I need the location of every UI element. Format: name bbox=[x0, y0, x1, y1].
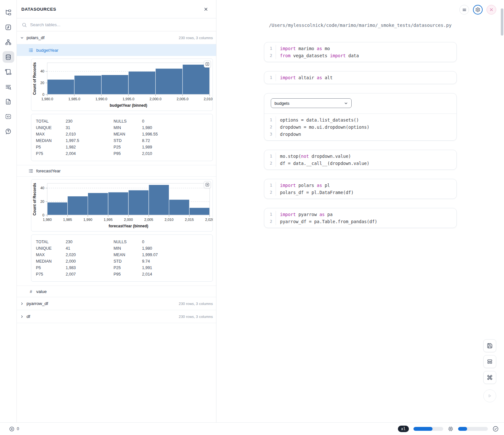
code-cell-altair[interactable]: 1import altair as alt bbox=[264, 71, 457, 84]
svg-text:2,020: 2,020 bbox=[205, 218, 213, 222]
dataset-dropdown[interactable]: budgets bbox=[271, 98, 352, 108]
stat-label: NULLS bbox=[114, 239, 142, 245]
code-text[interactable]: from vega_datasets import data bbox=[276, 52, 359, 59]
code-text[interactable]: mo.stop(not dropdown.value) bbox=[276, 153, 351, 160]
svg-text:2,005: 2,005 bbox=[144, 218, 153, 222]
dependency-graph-icon[interactable] bbox=[3, 36, 14, 48]
file-tree-icon[interactable] bbox=[3, 6, 14, 18]
stat-value: 1,982 bbox=[66, 144, 114, 150]
stat-row: P752,004P952,010 bbox=[36, 150, 208, 157]
settings-gear-icon[interactable] bbox=[473, 5, 483, 15]
stat-row: TOTAL230NULLS0 bbox=[36, 118, 208, 125]
stat-row: P51,982P251,989 bbox=[36, 144, 208, 150]
stat-value: 2,007 bbox=[66, 271, 114, 277]
table-row-polars-df[interactable]: polars_df 230 rows, 3 columns bbox=[17, 31, 216, 44]
stat-value: 9.74 bbox=[142, 258, 208, 265]
expand-chart-button[interactable] bbox=[204, 181, 211, 188]
line-number: 1 bbox=[264, 74, 276, 81]
error-indicator[interactable]: 0 bbox=[9, 426, 19, 432]
stat-row: TOTAL230NULLS0 bbox=[36, 239, 208, 245]
stat-value: 2,010 bbox=[142, 150, 208, 157]
stat-value: 1,999.07 bbox=[142, 252, 208, 258]
width-badge[interactable]: xl bbox=[398, 426, 409, 432]
stat-value: 31 bbox=[66, 125, 114, 131]
code-text[interactable]: dropdown bbox=[276, 131, 301, 138]
search-input[interactable] bbox=[30, 22, 211, 27]
function-square-icon[interactable] bbox=[3, 21, 14, 33]
search-logs-icon[interactable] bbox=[3, 81, 14, 92]
code-cell-stop[interactable]: 1mo.stop(not dropdown.value)2df = data._… bbox=[264, 150, 457, 170]
stat-row: MAX2,010MEAN1,996.55 bbox=[36, 131, 208, 137]
stat-value: 1,983 bbox=[66, 265, 114, 271]
stats-table-budgetyear: TOTAL230NULLS0UNIQUE31MIN1,980MAX2,010ME… bbox=[31, 114, 213, 161]
code-line: 1options = data.list_datasets() bbox=[264, 116, 456, 124]
code-text[interactable]: dropdown = mo.ui.dropdown(options) bbox=[276, 124, 369, 131]
svg-text:1,985.0: 1,985.0 bbox=[68, 97, 80, 101]
svg-text:40: 40 bbox=[40, 69, 44, 73]
stat-label: MAX bbox=[36, 131, 66, 137]
code-text[interactable]: df = data.__call__(dropdown.value) bbox=[276, 160, 369, 167]
usage-meter-1 bbox=[413, 427, 443, 431]
code-cell-imports[interactable]: 1import marimo as mo2from vega_datasets … bbox=[264, 42, 457, 62]
svg-text:1,990.0: 1,990.0 bbox=[95, 97, 107, 101]
code-text[interactable]: pyarrow_df = pa.Table.from_pandas(df) bbox=[276, 218, 378, 225]
stat-row: UNIQUE31MIN1,980 bbox=[36, 125, 208, 131]
code-cell-pyarrow[interactable]: 1import pyarrow as pa2pyarrow_df = pa.Ta… bbox=[264, 208, 457, 228]
floating-actions bbox=[483, 339, 496, 402]
stat-row: UNIQUE41MIN1,980 bbox=[36, 245, 208, 252]
code-line: 2pyarrow_df = pa.Table.from_pandas(df) bbox=[264, 218, 456, 225]
stat-row: MAX2,020MEAN1,999.07 bbox=[36, 252, 208, 258]
shutdown-icon[interactable] bbox=[487, 5, 496, 15]
command-icon[interactable] bbox=[483, 371, 496, 384]
help-bubble-icon[interactable] bbox=[3, 125, 14, 137]
histogram-panel-budgetyear: 020401,980.01,985.01,990.01,995.02,000.0… bbox=[31, 59, 213, 111]
stat-value: 2,020 bbox=[66, 252, 114, 258]
column-name: value bbox=[36, 289, 47, 294]
number-column-icon: # bbox=[28, 289, 33, 294]
code-cell-polars[interactable]: 1import polars as pl2polars_df = pl.Data… bbox=[264, 179, 457, 199]
column-row-budgetyear[interactable]: budgetYear bbox=[17, 44, 216, 56]
table-name: pyarrow_df bbox=[27, 301, 48, 306]
expand-chart-button[interactable] bbox=[204, 60, 211, 68]
list-column-icon bbox=[28, 48, 33, 53]
menu-icon[interactable] bbox=[459, 5, 469, 15]
column-row-forecastyear[interactable]: forecastYear bbox=[17, 165, 216, 177]
stat-label: NULLS bbox=[114, 118, 142, 125]
svg-text:2,010: 2,010 bbox=[165, 218, 174, 222]
code-cell-dropdown[interactable]: budgets 1options = data.list_datasets()2… bbox=[264, 93, 457, 141]
table-row-df[interactable]: df 230 rows, 3 columns bbox=[17, 310, 216, 323]
run-icon[interactable] bbox=[483, 389, 496, 402]
column-name: budgetYear bbox=[36, 48, 59, 53]
code-text[interactable]: import marimo as mo bbox=[276, 45, 330, 52]
code-snippet-icon[interactable] bbox=[3, 111, 14, 122]
stat-row: MEDIAN2,000STD9.74 bbox=[36, 258, 208, 265]
stat-value: 2,010 bbox=[66, 131, 114, 137]
histogram-chart-budgetyear: 020401,980.01,985.01,990.01,995.02,000.0… bbox=[32, 60, 213, 109]
code-text[interactable]: import pyarrow as pa bbox=[276, 211, 333, 218]
line-number: 2 bbox=[264, 218, 276, 225]
icon-rail bbox=[0, 0, 17, 422]
code-text[interactable]: polars_df = pl.DataFrame(df) bbox=[276, 189, 354, 196]
layout-panels-icon[interactable] bbox=[483, 355, 496, 368]
stat-value: 230 bbox=[66, 239, 114, 245]
stat-label: STD bbox=[114, 137, 142, 144]
topbar-actions bbox=[459, 5, 496, 15]
close-panel-icon[interactable] bbox=[203, 7, 208, 12]
code-text[interactable]: import altair as alt bbox=[276, 74, 333, 81]
stat-row: P51,983P251,991 bbox=[36, 265, 208, 271]
scroll-icon[interactable] bbox=[3, 66, 14, 78]
line-number: 1 bbox=[264, 153, 276, 160]
database-icon[interactable] bbox=[3, 51, 14, 63]
code-text[interactable]: import polars as pl bbox=[276, 182, 330, 189]
code-text[interactable]: options = data.list_datasets() bbox=[276, 116, 359, 124]
chevron-down-icon bbox=[20, 36, 24, 40]
document-icon[interactable] bbox=[3, 96, 14, 107]
column-row-value[interactable]: # value bbox=[17, 286, 216, 297]
table-row-pyarrow-df[interactable]: pyarrow_df 230 rows, 3 columns bbox=[17, 297, 216, 310]
save-icon[interactable] bbox=[483, 339, 496, 352]
stat-value: 1,980 bbox=[142, 245, 208, 252]
table-name: df bbox=[27, 314, 30, 319]
scrollbar-thumb[interactable] bbox=[501, 8, 503, 36]
line-number: 2 bbox=[264, 124, 276, 131]
svg-text:20: 20 bbox=[40, 200, 44, 203]
